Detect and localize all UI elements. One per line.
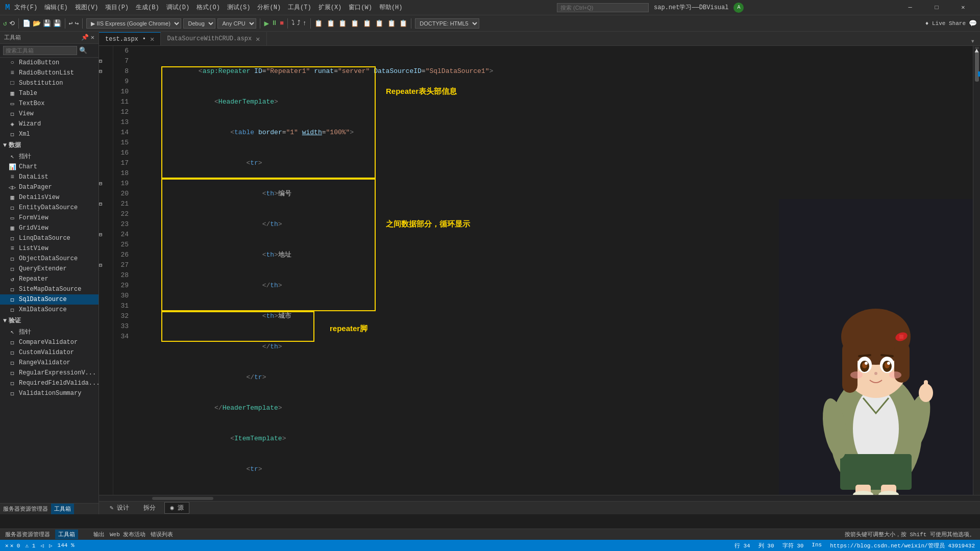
pause-button[interactable]: ⏸ [271, 19, 278, 27]
feedback-icon[interactable]: 💬 [969, 19, 977, 28]
menu-bar[interactable]: 文件(F) 编辑(E) 视图(V) 项目(P) 生成(B) 调试(D) 格式(O… [14, 3, 403, 12]
gutter-line-19[interactable]: ⊟ [99, 179, 106, 189]
sidebar-close-icon[interactable]: ✕ [91, 34, 94, 41]
collapse-icon-7[interactable]: ⊟ [99, 58, 102, 64]
minimize-button[interactable]: — [898, 0, 922, 15]
sidebar-pin-icon[interactable]: 📌 [81, 34, 89, 41]
maximize-button[interactable]: □ [925, 0, 948, 15]
output-tab-errors[interactable]: 错误列表 [151, 531, 173, 538]
play-button[interactable]: ▶ [264, 18, 269, 29]
menu-file[interactable]: 文件(F) [14, 3, 38, 12]
menu-analyze[interactable]: 分析(N) [257, 3, 281, 12]
menu-extensions[interactable]: 扩展(X) [318, 3, 342, 12]
sidebar-item-gridview[interactable]: ▦ GridView [0, 223, 99, 233]
code-editor[interactable]: Repeater表头部信息 之间数据部分，循环显示 repeater脚 <asp… [131, 46, 973, 495]
sidebar-item-textbox[interactable]: ▭ TextBox [0, 98, 99, 109]
group-data[interactable]: ▼ 数据 [0, 139, 99, 151]
menu-edit[interactable]: 编辑(E) [44, 3, 68, 12]
close-button[interactable]: ✕ [951, 0, 975, 15]
menu-window[interactable]: 窗口(W) [349, 3, 372, 12]
sidebar-item-sitemapdatasource[interactable]: ◻ SiteMapDataSource [0, 284, 99, 294]
gutter-line-21[interactable]: ⊟ [99, 199, 106, 209]
sidebar-item-requiredfieldvalidator[interactable]: ◻ RequiredFieldValida... [0, 378, 99, 388]
sidebar-item-queryextender[interactable]: ◻ QueryExtender [0, 264, 99, 274]
stop-button[interactable]: ■ [280, 19, 284, 27]
scrollbar-horizontal[interactable] [99, 495, 980, 501]
server-explorer-tab[interactable]: 服务器资源管理器 [0, 505, 51, 513]
toolbar-new[interactable]: 📄 [22, 19, 31, 28]
toolbar-undo2[interactable]: ↩ [69, 19, 73, 28]
scroll-up-arrow[interactable]: ▲ [975, 47, 979, 49]
sidebar-item-xmldatasource[interactable]: ◻ XmlDataSource [0, 305, 99, 315]
output-tab-publish[interactable]: Web 发布活动 [110, 531, 145, 538]
tab-close-button[interactable]: ✕ [150, 35, 154, 43]
toolbar-step1[interactable]: ⤵ [291, 19, 295, 27]
tab-design[interactable]: ✎ 设计 [104, 502, 135, 514]
sidebar-item-comparevalidator[interactable]: ◻ CompareValidator [0, 337, 99, 347]
h-scroll-thumb[interactable] [152, 497, 213, 500]
sidebar-item-substitution[interactable]: □ Substitution [0, 78, 99, 88]
window-controls[interactable]: — □ ✕ [898, 0, 975, 15]
debug-dropdown[interactable]: Debug [183, 18, 215, 29]
live-share-button[interactable]: ♦ Live Share [925, 20, 966, 27]
menu-help[interactable]: 帮助(H) [379, 3, 403, 12]
sidebar-item-radiobutton[interactable]: ○ RadioButton [0, 58, 99, 68]
collapse-icon-21[interactable]: ⊟ [99, 201, 102, 207]
sidebar-item-radiobuttonlist[interactable]: ≡ RadioButtonList [0, 68, 99, 78]
tab-list-button[interactable]: ▾ [971, 37, 975, 45]
output-tab-output[interactable]: 输出 [93, 531, 105, 538]
sidebar-item-detailsview[interactable]: ▦ DetailsView [0, 192, 99, 203]
toolbar-open[interactable]: 📂 [33, 19, 41, 28]
menu-format[interactable]: 格式(O) [197, 3, 220, 12]
menu-debug[interactable]: 调试(D) [166, 3, 190, 12]
menu-project[interactable]: 项目(P) [105, 3, 129, 12]
status-nav-right[interactable]: ▷ [49, 542, 53, 549]
gutter-line-27[interactable]: ⊟ [99, 260, 106, 270]
collapse-icon-8[interactable]: ⊟ [99, 68, 102, 74]
toolbar-redo[interactable]: ↪ [75, 19, 79, 28]
sidebar-item-xml[interactable]: ◻ Xml [0, 129, 99, 139]
sidebar-item-wizard[interactable]: ◈ Wizard [0, 119, 99, 129]
sidebar-item-view[interactable]: ◻ View [0, 109, 99, 119]
toolbar-step2[interactable]: ⤴ [297, 19, 301, 27]
sidebar-item-formview[interactable]: ▭ FormView [0, 213, 99, 223]
tab-source[interactable]: ◉ 源 [164, 502, 189, 514]
toolbar-saveall[interactable]: 💾 [53, 19, 61, 28]
tab-testaspx[interactable]: test.aspx • ✕ [99, 32, 161, 45]
sidebar-item-rangevalidator[interactable]: ◻ RangeValidator [0, 358, 99, 368]
sidebar-item-listview[interactable]: ≡ ListView [0, 243, 99, 254]
menu-tools[interactable]: 工具(T) [288, 3, 311, 12]
doctype-dropdown[interactable]: DOCTYPE: HTML5 [415, 18, 479, 29]
sidebar-item-linqdatasource[interactable]: ◻ LinqDataSource [0, 233, 99, 243]
toolbar-save[interactable]: 💾 [43, 19, 51, 28]
cpu-dropdown[interactable]: Any CPU [217, 18, 256, 29]
search-input[interactable] [557, 3, 649, 12]
sidebar-item-customvalidator[interactable]: ◻ CustomValidator [0, 347, 99, 358]
sidebar-item-objectdatasource[interactable]: ◻ ObjectDataSource [0, 254, 99, 264]
scrollbar-vertical[interactable]: ▲ [973, 46, 980, 495]
sidebar-item-datalist[interactable]: ≡ DataList [0, 172, 99, 182]
tab-bar-controls[interactable]: ▾ [971, 37, 980, 45]
tab-close-button2[interactable]: ✕ [256, 35, 260, 43]
tab-datasourcewithcrud[interactable]: DataSourceWithCRUD.aspx ✕ [161, 32, 266, 45]
search-toolbox-input[interactable] [3, 46, 77, 55]
sidebar-item-sqldatasource[interactable]: ◻ SqlDataSource [0, 294, 99, 305]
sidebar-item-entitydatasource[interactable]: ◻ EntityDataSource [0, 203, 99, 213]
sidebar-item-validationsummary[interactable]: ◻ ValidationSummary [0, 388, 99, 398]
output-tab-server-explorer[interactable]: 服务器资源管理器 [5, 531, 50, 538]
sidebar-item-pointer-validation[interactable]: ↖ 指针 [0, 327, 99, 337]
output-tab-toolbox[interactable]: 工具箱 [55, 530, 78, 539]
toolbar-btn1[interactable]: ⟲ [9, 19, 15, 28]
search-icon[interactable]: 🔍 [79, 46, 87, 55]
sidebar-controls[interactable]: 📌 ✕ [81, 34, 94, 41]
sidebar-item-datapager[interactable]: ◁▷ DataPager [0, 182, 99, 192]
scroll-thumb[interactable] [975, 51, 979, 82]
collapse-icon-24[interactable]: ⊟ [99, 232, 102, 238]
sidebar-item-pointer-data[interactable]: ↖ 指针 [0, 151, 99, 162]
gutter-line-8[interactable]: ⊟ [99, 66, 106, 77]
status-nav-left[interactable]: ◁ [40, 542, 44, 549]
group-validation[interactable]: ▼ 验证 [0, 315, 99, 327]
toolbox-tab[interactable]: 工具箱 [51, 504, 74, 514]
menu-test[interactable]: 测试(S) [227, 3, 251, 12]
collapse-icon-27[interactable]: ⊟ [99, 262, 102, 268]
